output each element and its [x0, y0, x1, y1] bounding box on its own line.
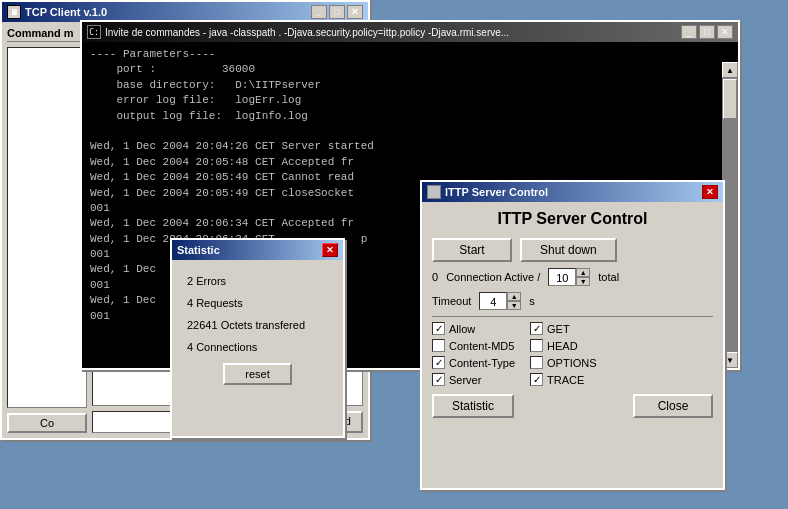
cmd-icon: C: [87, 25, 101, 39]
content-md5-label: Content-MD5 [449, 340, 514, 352]
cmd-line: Wed, 1 Dec 2004 20:05:48 CET Accepted fr [90, 155, 718, 170]
stat-title: Statistic [177, 244, 220, 256]
timeout-row: Timeout 4 ▲ ▼ s [432, 292, 713, 310]
cmd-restore-btn[interactable]: □ [699, 25, 715, 39]
connect-btn[interactable]: Co [7, 413, 87, 433]
total-down-btn[interactable]: ▼ [576, 277, 590, 286]
octets-stat: 22641 Octets transfered [187, 319, 328, 331]
allow-checkbox-item: Allow [432, 322, 515, 335]
options-checkbox-item: OPTIONS [530, 356, 597, 369]
ittp-checkboxes: Allow Content-MD5 Content-Type Server [432, 322, 713, 386]
command-label: Command m [7, 27, 87, 42]
tcp-minimize-btn[interactable]: _ [311, 5, 327, 19]
cmd-minimize-btn[interactable]: _ [681, 25, 697, 39]
total-value[interactable]: 10 [548, 268, 576, 286]
cmd-line: error log file: logErr.log [90, 93, 718, 108]
ittp-action-row: Start Shut down [432, 238, 713, 262]
trace-label: TRACE [547, 374, 584, 386]
cmd-line [90, 124, 718, 139]
tcp-left-panel: Command m Co [7, 27, 87, 433]
trace-checkbox-item: TRACE [530, 373, 597, 386]
timeout-unit: s [529, 295, 535, 307]
checkbox-col-1: Allow Content-MD5 Content-Type Server [432, 322, 515, 386]
ittp-win-controls: ✕ [702, 185, 718, 199]
options-checkbox[interactable] [530, 356, 543, 369]
stat-titlebar: Statistic ✕ [172, 240, 343, 260]
server-checkbox-item: Server [432, 373, 515, 386]
stat-close-btn[interactable]: ✕ [322, 243, 338, 257]
tcp-close-btn[interactable]: ✕ [347, 5, 363, 19]
timeout-down-btn[interactable]: ▼ [507, 301, 521, 310]
tcp-titlebar: 🖥 TCP Client v.1.0 _ □ ✕ [2, 2, 368, 22]
stat-body: 2 Errors 4 Requests 22641 Octets transfe… [172, 260, 343, 395]
statistic-btn[interactable]: Statistic [432, 394, 514, 418]
allow-checkbox[interactable] [432, 322, 445, 335]
timeout-up-btn[interactable]: ▲ [507, 292, 521, 301]
total-input: 10 ▲ ▼ [548, 268, 590, 286]
tcp-list[interactable] [7, 47, 87, 408]
trace-checkbox[interactable] [530, 373, 543, 386]
scroll-thumb[interactable] [723, 79, 737, 119]
content-md5-checkbox-item: Content-MD5 [432, 339, 515, 352]
get-checkbox-item: GET [530, 322, 597, 335]
timeout-spinner: ▲ ▼ [507, 292, 521, 310]
ittp-titlebar: ITTP Server Control ✕ [422, 182, 723, 202]
timeout-label: Timeout [432, 295, 471, 307]
statistic-window: Statistic ✕ 2 Errors 4 Requests 22641 Oc… [170, 238, 345, 438]
total-label: total [598, 271, 619, 283]
server-checkbox[interactable] [432, 373, 445, 386]
ittp-window-title: ITTP Server Control [445, 186, 548, 198]
head-checkbox[interactable] [530, 339, 543, 352]
cmd-line: port : 36000 [90, 62, 718, 77]
content-type-label: Content-Type [449, 357, 515, 369]
tcp-send-area: Co [7, 413, 87, 433]
server-label: Server [449, 374, 481, 386]
cmd-line: base directory: D:\IITPserver [90, 78, 718, 93]
options-label: OPTIONS [547, 357, 597, 369]
reset-btn[interactable]: reset [223, 363, 291, 385]
head-label: HEAD [547, 340, 578, 352]
ittp-body: ITTP Server Control Start Shut down 0 Co… [422, 202, 723, 426]
cmd-win-controls: _ □ ✕ [681, 25, 733, 39]
get-checkbox[interactable] [530, 322, 543, 335]
stat-footer: reset [187, 363, 328, 385]
start-btn[interactable]: Start [432, 238, 512, 262]
connection-row: 0 Connection Active / 10 ▲ ▼ total [432, 268, 713, 286]
cmd-close-btn[interactable]: ✕ [717, 25, 733, 39]
ittp-heading: ITTP Server Control [432, 210, 713, 228]
tcp-title: TCP Client v.1.0 [25, 6, 107, 18]
ittp-close-action-btn[interactable]: Close [633, 394, 713, 418]
ittp-server-window: ITTP Server Control ✕ ITTP Server Contro… [420, 180, 725, 490]
scroll-up-btn[interactable]: ▲ [722, 62, 738, 78]
allow-label: Allow [449, 323, 475, 335]
cmd-line: output log file: logInfo.log [90, 109, 718, 124]
cmd-title: Invite de commandes - java -classpath . … [105, 27, 509, 38]
cmd-line: ---- Parameters---- [90, 47, 718, 62]
head-checkbox-item: HEAD [530, 339, 597, 352]
ittp-divider [432, 316, 713, 317]
total-spinner: ▲ ▼ [576, 268, 590, 286]
ittp-close-btn[interactable]: ✕ [702, 185, 718, 199]
connection-label: Connection Active / [446, 271, 540, 283]
total-up-btn[interactable]: ▲ [576, 268, 590, 277]
errors-stat: 2 Errors [187, 275, 328, 287]
connection-value: 0 [432, 271, 438, 283]
cmd-line: Wed, 1 Dec 2004 20:04:26 CET Server star… [90, 139, 718, 154]
checkbox-col-2: GET HEAD OPTIONS TRACE [530, 322, 597, 386]
shutdown-btn[interactable]: Shut down [520, 238, 617, 262]
tcp-restore-btn[interactable]: □ [329, 5, 345, 19]
ittp-icon [427, 185, 441, 199]
content-md5-checkbox[interactable] [432, 339, 445, 352]
timeout-input: 4 ▲ ▼ [479, 292, 521, 310]
connections-stat: 4 Connections [187, 341, 328, 353]
ittp-footer: Statistic Close [432, 394, 713, 418]
tcp-icon: 🖥 [7, 5, 21, 19]
requests-stat: 4 Requests [187, 297, 328, 309]
cmd-titlebar: C: Invite de commandes - java -classpath… [82, 22, 738, 42]
content-type-checkbox-item: Content-Type [432, 356, 515, 369]
tcp-win-controls: _ □ ✕ [311, 5, 363, 19]
get-label: GET [547, 323, 570, 335]
content-type-checkbox[interactable] [432, 356, 445, 369]
timeout-value[interactable]: 4 [479, 292, 507, 310]
